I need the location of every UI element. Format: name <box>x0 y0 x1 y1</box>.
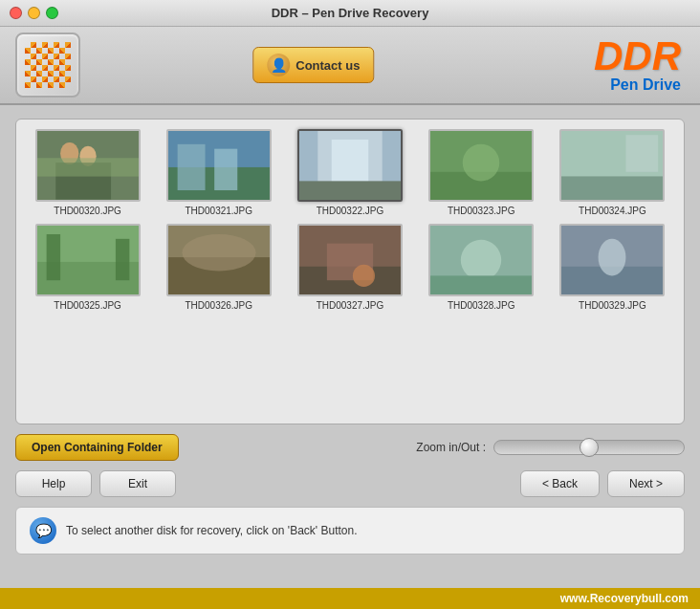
info-icon: 💬 <box>30 517 56 544</box>
list-item[interactable]: THD00329.JPG <box>551 224 674 311</box>
ddr-text: DDR <box>594 36 681 76</box>
thumbnail-7[interactable] <box>297 224 403 296</box>
footer: www.Recoverybull.com <box>0 588 700 609</box>
gallery-label-0: THD00320.JPG <box>54 206 121 216</box>
contact-icon: 👤 <box>267 54 290 76</box>
footer-url: www.Recoverybull.com <box>560 592 689 605</box>
thumbnail-3[interactable] <box>428 129 534 202</box>
info-message: To select another disk for recovery, cli… <box>66 524 358 537</box>
gallery-panel[interactable]: THD00320.JPG THD00321.JPG THD00322.JPG <box>15 119 685 424</box>
gallery-label-4: THD00324.JPG <box>579 206 646 216</box>
open-folder-button[interactable]: Open Containing Folder <box>15 434 179 461</box>
svg-point-36 <box>599 239 626 276</box>
svg-rect-19 <box>626 135 659 172</box>
list-item[interactable]: THD00326.JPG <box>157 224 280 311</box>
list-item[interactable]: THD00322.JPG <box>288 129 411 216</box>
list-item[interactable]: THD00320.JPG <box>26 129 149 216</box>
svg-point-15 <box>463 144 500 182</box>
gallery-label-5: THD00325.JPG <box>54 300 121 311</box>
list-item[interactable]: THD00324.JPG <box>551 129 674 216</box>
svg-rect-18 <box>561 177 663 201</box>
help-button[interactable]: Help <box>15 470 92 497</box>
svg-rect-23 <box>116 239 129 280</box>
window-controls[interactable] <box>10 7 58 19</box>
zoom-control: Zoom in/Out : <box>416 440 685 455</box>
bottom-row: Help Exit < Back Next > <box>15 470 685 497</box>
next-button[interactable]: Next > <box>607 470 685 497</box>
maximize-button[interactable] <box>46 7 58 19</box>
svg-point-26 <box>182 234 255 272</box>
thumbnail-8[interactable] <box>428 224 534 296</box>
svg-rect-22 <box>46 234 59 280</box>
window-title: DDR – Pen Drive Recovery <box>272 6 429 20</box>
logo-icon <box>25 42 71 88</box>
zoom-label: Zoom in/Out : <box>416 441 486 454</box>
gallery-label-7: THD00327.JPG <box>317 300 384 311</box>
bottom-right-buttons: < Back Next > <box>520 470 685 497</box>
thumbnail-1[interactable] <box>166 129 272 202</box>
svg-rect-11 <box>332 140 369 185</box>
thumbnail-6[interactable] <box>166 224 272 296</box>
pen-drive-text: Pen Drive <box>594 76 681 94</box>
thumbnail-4[interactable] <box>559 129 665 202</box>
svg-rect-7 <box>177 144 205 190</box>
svg-rect-33 <box>430 275 532 294</box>
list-item[interactable]: THD00328.JPG <box>420 224 543 311</box>
list-item[interactable]: THD00321.JPG <box>157 129 280 216</box>
svg-point-32 <box>461 240 501 280</box>
thumbnail-5[interactable] <box>35 224 141 296</box>
close-button[interactable] <box>10 7 22 19</box>
svg-rect-8 <box>214 149 237 190</box>
ddr-logo: DDR Pen Drive <box>594 36 681 94</box>
bottom-left-buttons: Help Exit <box>15 470 176 497</box>
app-logo <box>15 33 80 98</box>
gallery-label-6: THD00326.JPG <box>185 300 252 311</box>
thumbnail-9[interactable] <box>559 224 665 296</box>
exit-button[interactable]: Exit <box>99 470 176 497</box>
minimize-button[interactable] <box>28 7 40 19</box>
info-box: 💬 To select another disk for recovery, c… <box>15 507 685 555</box>
gallery-label-1: THD00321.JPG <box>185 206 252 216</box>
svg-rect-4 <box>37 158 139 176</box>
gallery-label-2: THD00322.JPG <box>317 206 384 216</box>
controls-row: Open Containing Folder Zoom in/Out : <box>15 434 685 461</box>
gallery-grid: THD00320.JPG THD00321.JPG THD00322.JPG <box>26 129 674 311</box>
back-button[interactable]: < Back <box>520 470 600 497</box>
thumbnail-2[interactable] <box>297 129 403 202</box>
titlebar: DDR – Pen Drive Recovery <box>0 0 700 27</box>
list-item[interactable]: THD00323.JPG <box>420 129 543 216</box>
thumbnail-0[interactable] <box>35 129 141 202</box>
list-item[interactable]: THD00325.JPG <box>26 224 149 311</box>
main-content: THD00320.JPG THD00321.JPG THD00322.JPG <box>0 105 700 568</box>
contact-button[interactable]: 👤 Contact us <box>252 47 374 83</box>
svg-point-30 <box>353 265 375 287</box>
gallery-label-9: THD00329.JPG <box>579 300 646 311</box>
list-item[interactable]: THD00327.JPG <box>288 224 411 311</box>
zoom-slider[interactable] <box>493 440 685 455</box>
gallery-label-3: THD00323.JPG <box>448 206 515 216</box>
contact-label: Contact us <box>295 58 360 73</box>
svg-rect-12 <box>299 181 401 200</box>
gallery-label-8: THD00328.JPG <box>448 300 515 311</box>
header: 👤 Contact us DDR Pen Drive <box>0 27 700 105</box>
